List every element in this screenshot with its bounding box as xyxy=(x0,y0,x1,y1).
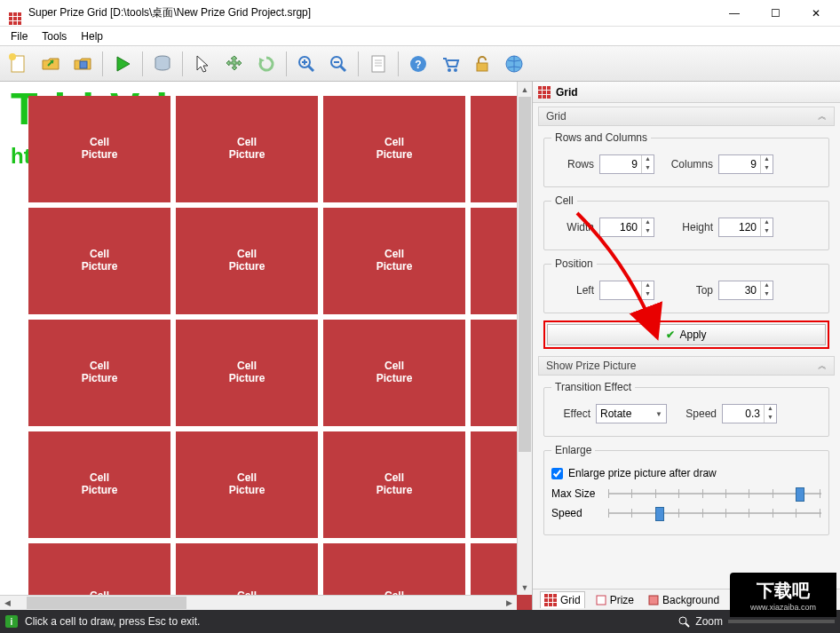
top-input[interactable]: ▲▼ xyxy=(718,281,773,300)
spin-down-icon[interactable]: ▼ xyxy=(641,290,654,299)
grid-cell[interactable]: CellPicture xyxy=(176,431,318,538)
vertical-scrollbar[interactable]: ▲ ▼ xyxy=(517,82,532,595)
transition-speed-input[interactable]: ▲▼ xyxy=(722,404,777,423)
menu-file[interactable]: File xyxy=(4,28,35,44)
play-button[interactable] xyxy=(107,49,138,79)
collapse-icon: ︽ xyxy=(818,360,827,372)
app-icon xyxy=(9,6,23,20)
spin-up-icon[interactable]: ▲ xyxy=(641,281,654,290)
database-button[interactable] xyxy=(147,49,178,79)
document-button[interactable] xyxy=(363,49,393,79)
width-label: Width xyxy=(551,221,594,233)
apply-button[interactable]: ✔ Apply xyxy=(547,324,826,345)
spin-down-icon[interactable]: ▼ xyxy=(760,290,773,299)
grid-cell[interactable]: CellPicture xyxy=(28,208,170,314)
new-button[interactable] xyxy=(4,49,34,79)
grid-cell[interactable]: CellPicture xyxy=(28,96,170,202)
spin-down-icon[interactable]: ▼ xyxy=(764,414,776,423)
title-bar: Super Prize Grid [D:\tools\桌面\New Prize … xyxy=(0,0,840,27)
unlock-button[interactable] xyxy=(467,49,497,79)
scrollbar-thumb[interactable] xyxy=(519,97,531,452)
spin-down-icon[interactable]: ▼ xyxy=(760,227,773,236)
svg-rect-4 xyxy=(80,61,87,68)
tab-prize[interactable]: Prize xyxy=(592,592,638,608)
spin-down-icon[interactable]: ▼ xyxy=(641,227,654,236)
maximize-button[interactable]: ☐ xyxy=(755,0,796,27)
move-button[interactable] xyxy=(219,49,250,79)
collapse-icon: ︽ xyxy=(818,110,827,123)
svg-marker-5 xyxy=(117,57,130,71)
grid-cell[interactable]: CellPicture xyxy=(323,431,465,538)
svg-rect-15 xyxy=(372,56,384,72)
grid-cell[interactable]: CellPicture xyxy=(28,320,170,426)
transition-speed-label: Speed xyxy=(672,407,717,420)
grid-icon xyxy=(538,86,551,99)
scroll-right-icon[interactable]: ▶ xyxy=(502,596,517,610)
effect-select[interactable]: Rotate▼ xyxy=(596,404,667,423)
save-button[interactable] xyxy=(67,49,98,79)
svg-point-21 xyxy=(448,68,451,72)
spin-down-icon[interactable]: ▼ xyxy=(760,164,773,173)
grid-cell[interactable]: CellPicture xyxy=(323,96,465,202)
status-hint: Click a cell to draw, press Esc to exit. xyxy=(25,615,200,628)
enlarge-speed-slider[interactable] xyxy=(608,506,821,520)
enlarge-legend: Enlarge xyxy=(551,444,595,456)
menu-tools[interactable]: Tools xyxy=(35,28,74,44)
width-input[interactable]: ▲▼ xyxy=(599,218,654,237)
open-button[interactable] xyxy=(36,49,66,79)
max-size-slider[interactable] xyxy=(608,487,821,501)
main-area: T i l V i ht CellPicture CellPicture Cel… xyxy=(0,82,840,610)
section-show-prize-header[interactable]: Show Prize Picture ︽ xyxy=(538,356,835,376)
height-label: Height xyxy=(660,221,713,233)
spin-up-icon[interactable]: ▲ xyxy=(760,218,773,227)
rows-input[interactable]: ▲▼ xyxy=(599,154,654,174)
spin-up-icon[interactable]: ▲ xyxy=(641,218,654,227)
window-title: Super Prize Grid [D:\tools\桌面\New Prize … xyxy=(28,5,714,20)
zoom-in-button[interactable] xyxy=(291,49,321,79)
spin-up-icon[interactable]: ▲ xyxy=(764,405,776,414)
enlarge-speed-label: Speed xyxy=(551,507,601,519)
cart-button[interactable] xyxy=(435,49,465,79)
enlarge-checkbox-label: Enlarge prize picture after draw xyxy=(568,467,717,479)
left-label: Left xyxy=(551,284,594,297)
grid-cell[interactable]: CellPicture xyxy=(176,96,318,202)
rows-label: Rows xyxy=(551,158,594,170)
scroll-down-icon[interactable]: ▼ xyxy=(518,580,532,595)
height-input[interactable]: ▲▼ xyxy=(718,218,773,237)
zoom-out-button[interactable] xyxy=(323,49,353,79)
spin-up-icon[interactable]: ▲ xyxy=(641,155,654,164)
grid-cell[interactable]: CellPicture xyxy=(323,208,465,314)
globe-button[interactable] xyxy=(499,49,529,79)
rotate-button[interactable] xyxy=(251,49,281,79)
grid-cell[interactable]: CellPicture xyxy=(176,320,318,426)
spin-down-icon[interactable]: ▼ xyxy=(641,164,654,173)
columns-input[interactable]: ▲▼ xyxy=(718,154,773,174)
grid-cell[interactable]: CellPicture xyxy=(28,431,170,538)
tab-background[interactable]: Background xyxy=(645,592,723,608)
spin-up-icon[interactable]: ▲ xyxy=(760,281,773,290)
svg-line-9 xyxy=(308,66,313,71)
cell-legend: Cell xyxy=(551,194,577,207)
left-input[interactable]: ▲▼ xyxy=(599,281,654,300)
info-icon: i xyxy=(5,615,18,628)
tab-grid[interactable]: Grid xyxy=(540,591,585,608)
pointer-button[interactable] xyxy=(187,49,218,79)
horizontal-scrollbar[interactable]: ◀ ▶ xyxy=(0,595,517,610)
help-button[interactable]: ? xyxy=(403,49,433,79)
menu-help[interactable]: Help xyxy=(74,28,110,44)
section-grid-header[interactable]: Grid ︽ xyxy=(538,107,835,126)
minimize-button[interactable]: — xyxy=(714,0,755,27)
grid-icon xyxy=(544,594,557,606)
scroll-up-icon[interactable]: ▲ xyxy=(518,82,532,97)
zoom-slider[interactable] xyxy=(728,620,835,623)
spin-up-icon[interactable]: ▲ xyxy=(760,155,773,164)
enlarge-checkbox[interactable] xyxy=(551,468,563,479)
canvas[interactable]: T i l V i ht CellPicture CellPicture Cel… xyxy=(0,82,533,610)
scroll-left-icon[interactable]: ◀ xyxy=(0,596,15,610)
max-size-label: Max Size xyxy=(551,487,601,500)
close-button[interactable]: ✕ xyxy=(796,0,836,27)
svg-text:?: ? xyxy=(415,59,421,71)
grid-cell[interactable]: CellPicture xyxy=(176,208,318,314)
grid-cell[interactable]: CellPicture xyxy=(323,320,465,426)
scrollbar-thumb[interactable] xyxy=(27,597,186,609)
